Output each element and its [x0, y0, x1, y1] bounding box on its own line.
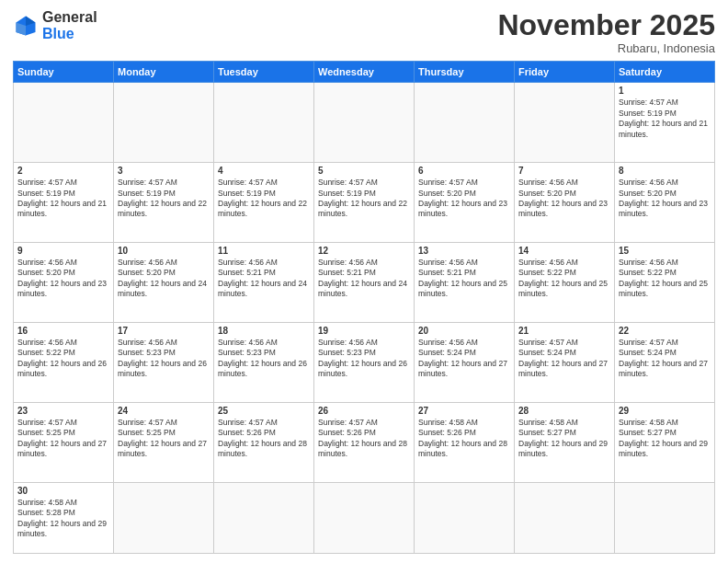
- empty-cell: [615, 482, 715, 553]
- calendar-table: Sunday Monday Tuesday Wednesday Thursday…: [13, 61, 715, 554]
- location-subtitle: Rubaru, Indonesia: [497, 41, 715, 55]
- col-thursday: Thursday: [415, 62, 515, 83]
- day-24: 24 Sunrise: 4:57 AMSunset: 5:25 PMDaylig…: [114, 402, 214, 482]
- week-row-5: 23 Sunrise: 4:57 AMSunset: 5:25 PMDaylig…: [14, 402, 715, 482]
- day-9: 9 Sunrise: 4:56 AMSunset: 5:20 PMDayligh…: [14, 242, 114, 322]
- logo-text: General Blue: [42, 9, 97, 41]
- day-25: 25 Sunrise: 4:57 AMSunset: 5:26 PMDaylig…: [214, 402, 314, 482]
- title-block: November 2025 Rubaru, Indonesia: [497, 9, 715, 55]
- day-2: 2 Sunrise: 4:57 AMSunset: 5:19 PMDayligh…: [14, 163, 114, 243]
- logo: General Blue: [13, 9, 97, 41]
- day-7: 7 Sunrise: 4:56 AMSunset: 5:20 PMDayligh…: [515, 163, 615, 243]
- empty-cell: [314, 83, 415, 163]
- page: General Blue November 2025 Rubaru, Indon…: [0, 0, 728, 563]
- empty-cell: [114, 482, 214, 553]
- day-5: 5 Sunrise: 4:57 AMSunset: 5:19 PMDayligh…: [314, 163, 415, 243]
- day-12: 12 Sunrise: 4:56 AMSunset: 5:21 PMDaylig…: [314, 242, 415, 322]
- empty-cell: [14, 83, 114, 163]
- day-17: 17 Sunrise: 4:56 AMSunset: 5:23 PMDaylig…: [114, 322, 214, 402]
- day-6: 6 Sunrise: 4:57 AMSunset: 5:20 PMDayligh…: [415, 163, 515, 243]
- empty-cell: [515, 83, 615, 163]
- empty-cell: [415, 482, 515, 553]
- empty-cell: [515, 482, 615, 553]
- day-16: 16 Sunrise: 4:56 AMSunset: 5:22 PMDaylig…: [14, 322, 114, 402]
- header: General Blue November 2025 Rubaru, Indon…: [13, 9, 715, 55]
- week-row-6: 30 Sunrise: 4:58 AMSunset: 5:28 PMDaylig…: [14, 482, 715, 553]
- day-28: 28 Sunrise: 4:58 AMSunset: 5:27 PMDaylig…: [515, 402, 615, 482]
- logo-icon: [13, 13, 39, 39]
- empty-cell: [214, 482, 314, 553]
- col-monday: Monday: [114, 62, 214, 83]
- col-friday: Friday: [515, 62, 615, 83]
- day-27: 27 Sunrise: 4:58 AMSunset: 5:26 PMDaylig…: [415, 402, 515, 482]
- day-15: 15 Sunrise: 4:56 AMSunset: 5:22 PMDaylig…: [615, 242, 715, 322]
- empty-cell: [114, 83, 214, 163]
- day-30: 30 Sunrise: 4:58 AMSunset: 5:28 PMDaylig…: [14, 482, 114, 553]
- col-tuesday: Tuesday: [214, 62, 314, 83]
- week-row-4: 16 Sunrise: 4:56 AMSunset: 5:22 PMDaylig…: [14, 322, 715, 402]
- col-saturday: Saturday: [615, 62, 715, 83]
- day-19: 19 Sunrise: 4:56 AMSunset: 5:23 PMDaylig…: [314, 322, 415, 402]
- day-26: 26 Sunrise: 4:57 AMSunset: 5:26 PMDaylig…: [314, 402, 415, 482]
- day-23: 23 Sunrise: 4:57 AMSunset: 5:25 PMDaylig…: [14, 402, 114, 482]
- month-title: November 2025: [497, 9, 715, 41]
- calendar-header-row: Sunday Monday Tuesday Wednesday Thursday…: [14, 62, 715, 83]
- day-14: 14 Sunrise: 4:56 AMSunset: 5:22 PMDaylig…: [515, 242, 615, 322]
- col-sunday: Sunday: [14, 62, 114, 83]
- day-8: 8 Sunrise: 4:56 AMSunset: 5:20 PMDayligh…: [615, 163, 715, 243]
- week-row-1: 1 Sunrise: 4:57 AMSunset: 5:19 PMDayligh…: [14, 83, 715, 163]
- day-10: 10 Sunrise: 4:56 AMSunset: 5:20 PMDaylig…: [114, 242, 214, 322]
- day-11: 11 Sunrise: 4:56 AMSunset: 5:21 PMDaylig…: [214, 242, 314, 322]
- day-13: 13 Sunrise: 4:56 AMSunset: 5:21 PMDaylig…: [415, 242, 515, 322]
- day-18: 18 Sunrise: 4:56 AMSunset: 5:23 PMDaylig…: [214, 322, 314, 402]
- week-row-2: 2 Sunrise: 4:57 AMSunset: 5:19 PMDayligh…: [14, 163, 715, 243]
- day-29: 29 Sunrise: 4:58 AMSunset: 5:27 PMDaylig…: [615, 402, 715, 482]
- day-3: 3 Sunrise: 4:57 AMSunset: 5:19 PMDayligh…: [114, 163, 214, 243]
- day-20: 20 Sunrise: 4:56 AMSunset: 5:24 PMDaylig…: [415, 322, 515, 402]
- day-4: 4 Sunrise: 4:57 AMSunset: 5:19 PMDayligh…: [214, 163, 314, 243]
- day-22: 22 Sunrise: 4:57 AMSunset: 5:24 PMDaylig…: [615, 322, 715, 402]
- empty-cell: [214, 83, 314, 163]
- day-1: 1 Sunrise: 4:57 AMSunset: 5:19 PMDayligh…: [615, 83, 715, 163]
- empty-cell: [314, 482, 415, 553]
- empty-cell: [415, 83, 515, 163]
- week-row-3: 9 Sunrise: 4:56 AMSunset: 5:20 PMDayligh…: [14, 242, 715, 322]
- col-wednesday: Wednesday: [314, 62, 415, 83]
- day-21: 21 Sunrise: 4:57 AMSunset: 5:24 PMDaylig…: [515, 322, 615, 402]
